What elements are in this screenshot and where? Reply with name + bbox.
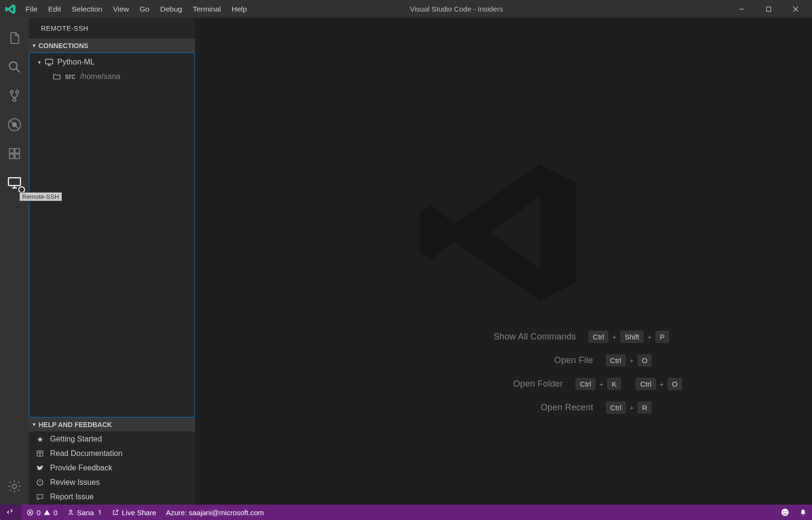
plus-icon: + [647,333,652,341]
activity-explorer[interactable] [0,24,29,52]
book-icon [36,449,44,458]
status-feedback[interactable] [776,505,794,520]
plus-icon: + [599,380,603,388]
activity-settings[interactable] [0,472,29,501]
section-label: Help and Feedback [39,421,112,429]
folder-path: /home/sana [80,72,120,81]
side-bar: Remote-SSH ▾ Connections ▾ Python-ML src… [29,18,195,505]
svg-point-17 [69,510,72,512]
menu-file[interactable]: File [20,2,43,16]
svg-point-12 [13,484,17,489]
svg-point-20 [783,511,784,512]
shortcut-row: Open File Ctrl+O [355,354,652,366]
folder-icon [52,72,61,81]
tooltip: Remote-SSH [19,192,62,201]
help-read-docs[interactable]: Read Documentation [29,446,195,461]
keycap: Shift [620,331,643,343]
menu-bar: File Edit Selection View Go Debug Termin… [20,2,252,16]
menu-selection[interactable]: Selection [66,2,108,16]
help-getting-started[interactable]: ★Getting Started [29,432,195,446]
azure-label: Azure: saajani@microsoft.com [166,508,264,517]
status-notifications[interactable] [794,505,812,520]
monitor-icon [45,58,53,66]
help-review-issues[interactable]: Review Issues [29,475,195,490]
warning-count: 0 [53,508,57,517]
shortcut-row: Show All Commands Ctrl+Shift+P [338,331,669,343]
svg-point-2 [10,91,13,93]
menu-go[interactable]: Go [134,2,155,16]
section-help-header[interactable]: ▾ Help and Feedback [29,417,195,431]
status-azure[interactable]: Azure: saajani@microsoft.com [161,505,269,520]
keycap: Ctrl [636,378,655,390]
activity-search[interactable] [0,52,29,81]
svg-point-1 [9,62,17,69]
menu-help[interactable]: Help [226,2,252,16]
keycap: Ctrl [606,402,626,414]
keycap: K [607,378,621,390]
help-label: Getting Started [50,435,102,443]
title-bar: File Edit Selection View Go Debug Termin… [0,0,812,18]
keycap: Ctrl [589,331,608,343]
keycap: Ctrl [576,378,595,390]
tree-host[interactable]: ▾ Python-ML [29,55,195,69]
issues-icon [36,478,44,487]
minimize-button[interactable] [728,0,755,18]
shortcut-label: Open Recent [355,403,606,413]
help-list: ★Getting Started Read Documentation Prov… [29,431,195,505]
chevron-down-icon: ▾ [33,421,36,428]
activity-remote-ssh[interactable]: Remote-SSH [0,168,29,197]
svg-rect-7 [10,149,14,153]
error-count: 0 [37,508,40,517]
editor-area: Show All Commands Ctrl+Shift+P Open File… [195,18,812,505]
svg-rect-13 [46,59,53,64]
keycap: O [638,354,652,366]
section-connections-header[interactable]: ▾ Connections [29,39,195,52]
svg-point-21 [786,511,787,512]
connections-tree[interactable]: ▾ Python-ML src /home/sana [29,52,195,417]
status-problems[interactable]: 0 0 [22,505,63,520]
folder-name: src [65,72,75,81]
menu-view[interactable]: View [107,2,134,16]
twitter-icon [36,464,44,472]
activity-extensions[interactable] [0,139,29,168]
close-button[interactable] [782,0,809,18]
app-icon [5,3,16,15]
shortcut-row: Open Recent Ctrl+R [355,402,652,414]
menu-terminal[interactable]: Terminal [187,2,226,16]
activity-bar: Remote-SSH [0,18,29,505]
keycap: Ctrl [606,354,626,366]
vscode-watermark-icon [412,156,595,310]
shortcut-label: Open Folder [325,379,576,389]
keycap: P [655,331,669,343]
tree-folder[interactable]: src /home/sana [29,69,195,84]
svg-point-18 [99,510,100,512]
status-live-share[interactable]: Live Share [107,505,161,520]
account-name: Sana [77,508,94,517]
status-account[interactable]: Sana [63,505,107,520]
help-label: Read Documentation [50,449,122,458]
star-icon: ★ [36,435,44,443]
keycap: O [668,378,682,390]
status-bar: 0 0 Sana Live Share Azure: saajani@micro… [0,505,812,520]
maximize-button[interactable] [755,0,782,18]
status-remote-indicator[interactable] [0,505,22,520]
help-report-issue[interactable]: Report Issue [29,490,195,504]
svg-point-3 [16,91,19,93]
chevron-down-icon: ▾ [38,59,41,65]
svg-rect-10 [15,149,19,153]
window-title: Visual Studio Code - Insiders [252,5,728,13]
shortcut-label: Show All Commands [338,332,589,342]
menu-debug[interactable]: Debug [155,2,187,16]
comment-icon [36,493,44,501]
section-label: Connections [39,42,88,50]
activity-debug[interactable] [0,110,29,139]
host-name: Python-ML [57,58,94,66]
activity-source-control[interactable] [0,81,29,110]
sidebar-title: Remote-SSH [29,18,195,39]
help-label: Report Issue [50,493,94,501]
plus-icon: + [612,333,616,341]
menu-edit[interactable]: Edit [43,2,66,16]
svg-point-6 [12,122,17,127]
keycap: R [638,402,652,414]
help-provide-feedback[interactable]: Provide Feedback [29,461,195,475]
